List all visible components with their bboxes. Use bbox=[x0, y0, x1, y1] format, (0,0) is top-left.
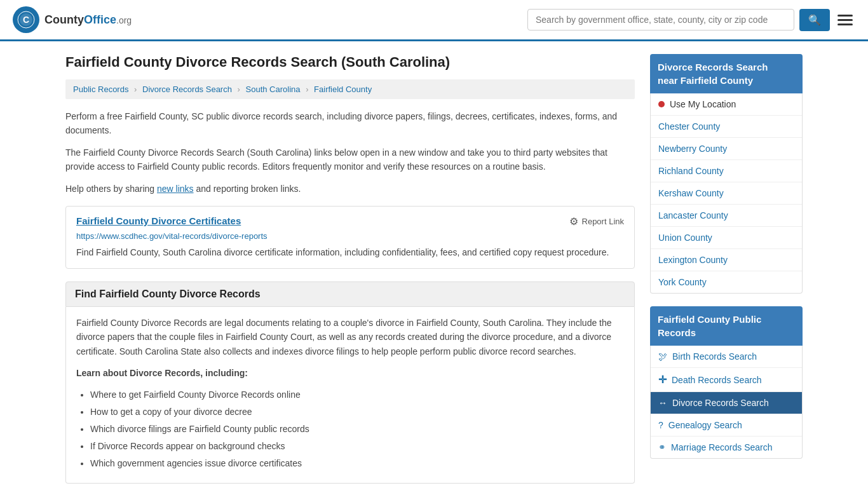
desc3-suffix: and reporting broken links. bbox=[194, 184, 301, 194]
search-button[interactable]: 🔍 bbox=[799, 9, 830, 31]
use-location-item[interactable]: Use My Location bbox=[651, 93, 802, 116]
nearby-heading-text: Divorce Records Searchnear Fairfield Cou… bbox=[658, 62, 768, 86]
report-link-button[interactable]: ⚙ Report Link bbox=[569, 215, 624, 227]
public-records-heading-text: Fairfield County PublicRecords bbox=[658, 314, 761, 338]
sidebar-item-marriage-records[interactable]: ⚭ Marriage Records Search bbox=[651, 437, 802, 458]
logo-area: C CountyOffice.org bbox=[13, 6, 132, 33]
sidebar-item-genealogy[interactable]: ? Genealogy Search bbox=[651, 414, 802, 437]
learn-heading: Learn about Divorce Records, including: bbox=[76, 366, 624, 380]
list-item: Which government agencies issue divorce … bbox=[90, 457, 624, 470]
search-input[interactable] bbox=[527, 9, 794, 30]
birth-records-label: Birth Records Search bbox=[672, 351, 757, 362]
resource-card: Fairfield County Divorce Certificates ⚙ … bbox=[65, 206, 635, 269]
sidebar: Divorce Records Searchnear Fairfield Cou… bbox=[650, 54, 803, 484]
public-records-list: 🕊 Birth Records Search ✛ Death Records S… bbox=[650, 346, 803, 459]
death-records-label: Death Records Search bbox=[672, 375, 762, 385]
description-1: Perform a free Fairfield County, SC publ… bbox=[65, 109, 635, 138]
use-location-label: Use My Location bbox=[670, 99, 736, 109]
find-section-body: Fairfield County Divorce Records are leg… bbox=[65, 307, 635, 484]
sidebar-item-divorce-records[interactable]: ↔ Divorce Records Search bbox=[651, 392, 802, 414]
search-icon: 🔍 bbox=[808, 15, 821, 25]
sidebar-county-york[interactable]: York County bbox=[651, 271, 802, 293]
divorce-records-icon: ↔ bbox=[658, 398, 667, 408]
logo-text: CountyOffice.org bbox=[44, 13, 132, 27]
county-label: Lancaster County bbox=[658, 210, 728, 220]
county-label: Kershaw County bbox=[658, 188, 724, 198]
sidebar-county-chester[interactable]: Chester County bbox=[651, 116, 802, 138]
main-wrapper: Fairfield County Divorce Records Search … bbox=[53, 41, 815, 488]
county-label: York County bbox=[658, 277, 707, 287]
county-label: Newberry County bbox=[658, 144, 727, 154]
content-area: Fairfield County Divorce Records Search … bbox=[65, 54, 635, 484]
search-area: 🔍 bbox=[527, 9, 855, 31]
nearby-section: Divorce Records Searchnear Fairfield Cou… bbox=[650, 54, 803, 294]
menu-bar-1 bbox=[837, 15, 853, 17]
menu-bar-3 bbox=[837, 24, 853, 25]
nearby-list: Use My Location Chester County Newberry … bbox=[650, 93, 803, 294]
sidebar-county-union[interactable]: Union County bbox=[651, 227, 802, 249]
breadcrumb-south-carolina[interactable]: South Carolina bbox=[246, 85, 301, 94]
county-label: Chester County bbox=[658, 121, 720, 132]
desc3-prefix: Help others by sharing bbox=[65, 184, 157, 194]
list-item: How to get a copy of your divorce decree bbox=[90, 405, 624, 419]
sidebar-county-richland[interactable]: Richland County bbox=[651, 160, 802, 182]
genealogy-icon: ? bbox=[658, 420, 663, 430]
resource-card-header: Fairfield County Divorce Certificates ⚙ … bbox=[76, 215, 624, 227]
breadcrumb-fairfield-county[interactable]: Fairfield County bbox=[314, 85, 372, 94]
divorce-records-label: Divorce Records Search bbox=[672, 398, 769, 408]
report-label: Report Link bbox=[582, 217, 624, 226]
list-item: Which divorce filings are Fairfield Coun… bbox=[90, 423, 624, 436]
new-links-link[interactable]: new links bbox=[157, 184, 194, 194]
nearby-heading: Divorce Records Searchnear Fairfield Cou… bbox=[650, 54, 803, 93]
breadcrumb-sep-1: › bbox=[134, 85, 137, 94]
description-2: The Fairfield County Divorce Records Sea… bbox=[65, 146, 635, 174]
breadcrumb-sep-2: › bbox=[238, 85, 240, 94]
page-title: Fairfield County Divorce Records Search … bbox=[65, 54, 635, 71]
county-label: Richland County bbox=[658, 166, 724, 176]
header: C CountyOffice.org 🔍 bbox=[0, 0, 868, 41]
breadcrumb-divorce-search[interactable]: Divorce Records Search bbox=[142, 85, 232, 94]
breadcrumb-sep-3: › bbox=[306, 85, 308, 94]
death-records-icon: ✛ bbox=[658, 374, 667, 386]
menu-bar-2 bbox=[837, 19, 853, 21]
description-3: Help others by sharing new links and rep… bbox=[65, 182, 635, 196]
sidebar-county-kershaw[interactable]: Kershaw County bbox=[651, 182, 802, 205]
public-records-heading: Fairfield County PublicRecords bbox=[650, 306, 803, 346]
find-section-body-text: Fairfield County Divorce Records are leg… bbox=[76, 316, 624, 358]
list-item: Where to get Fairfield County Divorce Re… bbox=[90, 388, 624, 402]
logo-icon: C bbox=[13, 6, 39, 33]
birth-records-icon: 🕊 bbox=[658, 351, 667, 362]
marriage-records-label: Marriage Records Search bbox=[671, 442, 773, 452]
resource-url[interactable]: https://www.scdhec.gov/vital-records/div… bbox=[76, 231, 624, 241]
sidebar-item-death-records[interactable]: ✛ Death Records Search bbox=[651, 368, 802, 392]
find-section-header: Find Fairfield County Divorce Records bbox=[65, 281, 635, 307]
list-item: If Divorce Records appear on background … bbox=[90, 440, 624, 453]
learn-list: Where to get Fairfield County Divorce Re… bbox=[76, 388, 624, 470]
menu-button[interactable] bbox=[835, 12, 855, 28]
breadcrumb: Public Records › Divorce Records Search … bbox=[65, 79, 635, 99]
report-icon: ⚙ bbox=[569, 215, 578, 227]
marriage-records-icon: ⚭ bbox=[658, 442, 666, 452]
sidebar-item-birth-records[interactable]: 🕊 Birth Records Search bbox=[651, 346, 802, 368]
sidebar-county-lexington[interactable]: Lexington County bbox=[651, 249, 802, 271]
location-dot-icon bbox=[658, 101, 665, 107]
county-label: Union County bbox=[658, 233, 712, 243]
public-records-section: Fairfield County PublicRecords 🕊 Birth R… bbox=[650, 306, 803, 459]
genealogy-label: Genealogy Search bbox=[668, 420, 742, 430]
resource-title[interactable]: Fairfield County Divorce Certificates bbox=[76, 215, 241, 226]
county-label: Lexington County bbox=[658, 255, 728, 265]
breadcrumb-public-records[interactable]: Public Records bbox=[73, 85, 128, 94]
resource-desc: Find Fairfield County, South Carolina di… bbox=[76, 246, 624, 259]
sidebar-county-newberry[interactable]: Newberry County bbox=[651, 138, 802, 160]
svg-text:C: C bbox=[23, 15, 29, 25]
sidebar-county-lancaster[interactable]: Lancaster County bbox=[651, 205, 802, 227]
